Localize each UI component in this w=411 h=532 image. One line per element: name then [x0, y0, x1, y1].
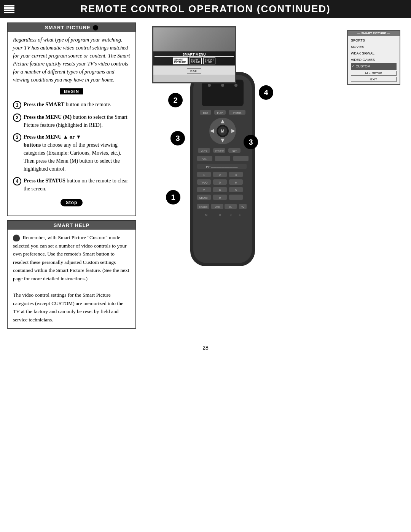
bullet-icon: [93, 25, 98, 30]
svg-text:VOL: VOL: [202, 158, 207, 160]
page-title: Remote Control Operation (Continued): [0, 3, 411, 15]
svg-text:8: 8: [219, 189, 221, 192]
step-3: 3 Press the MENU ▲ or ▼ buttons to choos…: [13, 133, 130, 173]
svg-text:SET: SET: [232, 150, 237, 152]
step-2-text: Press the MENU (M) button to select the …: [24, 113, 130, 129]
svg-text:POWER: POWER: [199, 206, 208, 208]
right-column: SMART MENU SMARTPICTURE SMARTSOUND SMART…: [141, 22, 404, 329]
sp-item-sports: SPORTS: [351, 37, 397, 44]
svg-text:STATUS: STATUS: [233, 112, 242, 114]
step-2: 2 Press the MENU (M) button to select th…: [13, 113, 130, 129]
sp-item-movies: MOVIES: [351, 44, 397, 50]
svg-text:7: 7: [203, 189, 205, 192]
step-4-text: Press the STATUS button on the remote to…: [24, 177, 130, 193]
help-para-1: Remember, with Smart Picture "Custom" mo…: [13, 233, 130, 283]
page-number: 28: [0, 341, 411, 357]
lightbulb-icon: [13, 235, 20, 241]
menu-item-smart-sound: SMARTSOUND: [189, 58, 202, 64]
svg-rect-54: [229, 195, 243, 200]
svg-text:STOP W: STOP W: [215, 150, 224, 152]
svg-text:PIP ——————————: PIP ——————————: [206, 166, 237, 168]
intro-text: Regardless of what type of program your …: [13, 36, 130, 84]
sp-panel-exit: EXIT: [351, 77, 397, 82]
svg-text:0: 0: [219, 197, 221, 199]
menu-item-smart-picture: SMARTPICTURE: [173, 58, 188, 64]
svg-text:M: M: [221, 129, 224, 133]
sp-item-custom: ✓ CUSTOM: [351, 63, 397, 70]
step-1-text: Press the SMART button on the remote.: [24, 101, 130, 109]
begin-badge: BEGIN: [60, 88, 83, 94]
smart-help-content: Remember, with Smart Picture "Custom" mo…: [8, 230, 135, 328]
smart-help-header: Smart Help: [8, 221, 135, 230]
smart-menu-title: SMART MENU: [155, 53, 234, 57]
smart-help-box: Smart Help Remember, with Smart Picture …: [7, 220, 136, 329]
remote-svg: REC PLAY STATUS M: [179, 72, 266, 270]
svg-point-5: [234, 84, 237, 87]
svg-text:D: D: [229, 214, 231, 216]
svg-text:TVVO: TVVO: [200, 181, 208, 184]
tv-exit-bar: EXIT: [153, 66, 235, 75]
svg-text:REC: REC: [203, 112, 208, 114]
svg-text:5: 5: [219, 181, 221, 184]
header-icon: [4, 5, 14, 13]
tv-display-area: SMART MENU SMARTPICTURE SMARTSOUND SMART…: [153, 27, 235, 66]
svg-text:2: 2: [219, 174, 221, 176]
svg-text:9: 9: [235, 189, 237, 192]
menu-item-smart-surf: SMARTSURF: [203, 58, 215, 64]
svg-text:E: E: [239, 214, 241, 216]
step-4: 4 Press the STATUS button on the remote …: [13, 177, 130, 193]
svg-text:CH: CH: [229, 206, 233, 208]
step-overlay-3a: 3: [170, 131, 185, 145]
svg-text:6: 6: [235, 181, 237, 184]
step-overlay-1: 1: [166, 190, 180, 204]
step-overlay-4: 4: [259, 85, 273, 100]
svg-text:SMART: SMART: [199, 197, 209, 199]
step-1-circle: 1: [13, 101, 21, 109]
svg-text:O: O: [219, 214, 221, 216]
step-3-text: Press the MENU ▲ or ▼ buttons to choose …: [24, 133, 130, 173]
step-1: 1 Press the SMART button on the remote.: [13, 101, 130, 109]
main-content: Smart Picture Regardless of what type of…: [0, 18, 411, 333]
step-2-circle: 2: [13, 113, 21, 122]
sp-items: SPORTS MOVIES WEAK SIGNAL VIDEO GAMES ✓ …: [351, 37, 397, 70]
sp-item-weak-signal: WEAK SIGNAL: [351, 50, 397, 57]
step-overlay-2: 2: [168, 93, 183, 107]
svg-text:TV: TV: [241, 206, 244, 208]
smart-picture-box: Smart Picture Regardless of what type of…: [7, 22, 136, 216]
svg-text:PLAY: PLAY: [217, 112, 223, 114]
page-header: Remote Control Operation (Continued): [0, 0, 411, 18]
sp-item-video-games: VIDEO GAMES: [351, 57, 397, 63]
svg-point-3: [208, 84, 211, 87]
svg-text:MUTE: MUTE: [201, 150, 207, 152]
step-4-circle: 4: [13, 177, 21, 185]
step-overlay-3b: 3: [244, 135, 258, 149]
svg-point-4: [221, 84, 224, 87]
svg-rect-29: [233, 156, 249, 161]
smart-menu-items: SMARTPICTURE SMARTSOUND SMARTSURF: [155, 58, 234, 64]
help-para-2: The video control settings for the Smart…: [13, 291, 130, 324]
smart-picture-header: Smart Picture: [8, 23, 135, 32]
svg-rect-28: [215, 156, 230, 161]
smart-menu-overlay: SMART MENU SMARTPICTURE SMARTSOUND SMART…: [153, 51, 235, 66]
svg-text:3: 3: [235, 174, 237, 176]
step-3-circle: 3: [13, 133, 21, 142]
svg-text:VCR: VCR: [215, 206, 220, 208]
sp-panel-body: SPORTS MOVIES WEAK SIGNAL VIDEO GAMES ✓ …: [348, 36, 400, 84]
svg-text:1: 1: [203, 174, 205, 176]
remote-control-illustration: REC PLAY STATUS M: [179, 72, 266, 272]
svg-rect-2: [202, 80, 244, 106]
sp-panel-setup: M to SETUP: [351, 71, 397, 76]
sp-panel-header: — SMART PICTURE —: [348, 31, 400, 36]
stop-badge: Stop: [61, 199, 83, 206]
left-column: Smart Picture Regardless of what type of…: [7, 22, 136, 329]
tv-screen-smart-menu: SMART MENU SMARTPICTURE SMARTSOUND SMART…: [152, 26, 236, 83]
svg-text:M: M: [205, 214, 207, 216]
tv-exit-button: EXIT: [187, 68, 201, 73]
smart-picture-content: Regardless of what type of program your …: [8, 32, 135, 216]
smart-picture-panel: — SMART PICTURE — SPORTS MOVIES WEAK SIG…: [347, 30, 400, 85]
